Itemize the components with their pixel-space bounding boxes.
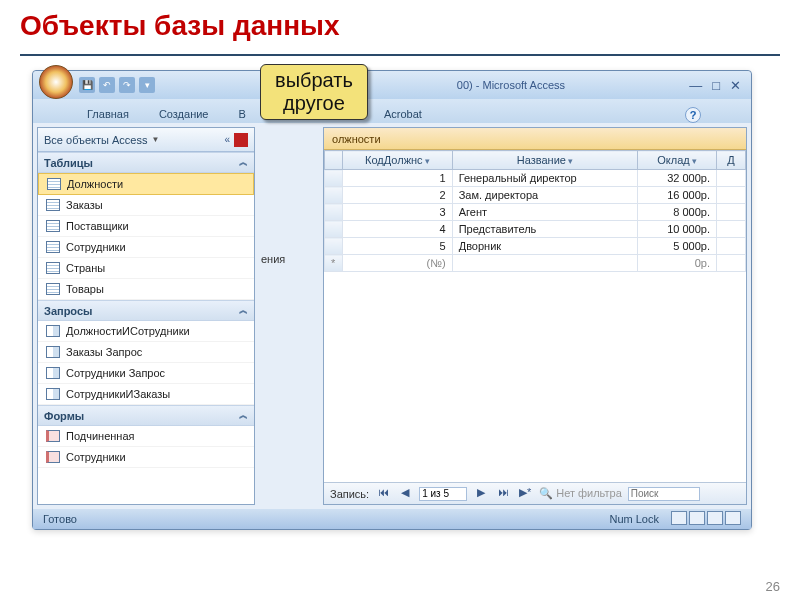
chevron-down-icon[interactable]: ▼ [151,135,159,144]
first-record-icon[interactable]: ⏮ [375,486,391,502]
cell-extra[interactable] [717,204,746,221]
cell-id[interactable]: 4 [343,221,453,238]
table-row[interactable]: 3Агент8 000р. [325,204,746,221]
nav-item-label: СотрудникиИЗаказы [66,388,170,400]
close-button[interactable]: ✕ [726,78,745,93]
undo-icon[interactable]: ↶ [99,77,115,93]
new-record-icon[interactable]: ▶* [517,486,533,502]
view-icon[interactable] [689,511,705,525]
nav-item-sotrudnikiizakazy[interactable]: СотрудникиИЗаказы [38,384,254,405]
help-icon[interactable]: ? [685,107,701,123]
cell-id[interactable]: 2 [343,187,453,204]
nav-item-dolzhnostiisotrudniki[interactable]: ДолжностиИСотрудники [38,321,254,342]
row-selector-header[interactable] [325,151,343,170]
tab-acrobat[interactable]: Acrobat [380,105,426,123]
cell-salary[interactable]: 32 000р. [638,170,717,187]
next-record-icon[interactable]: ▶ [473,486,489,502]
data-table[interactable]: КодДолжнс▾ Название▾ Оклад▾ Д 1Генеральн… [324,150,746,272]
nav-item-label: Сотрудники [66,451,126,463]
table-row[interactable]: 4Представитель10 000р. [325,221,746,238]
table-row[interactable]: 2Зам. директора16 000р. [325,187,746,204]
dropdown-icon[interactable]: ▾ [425,156,430,166]
row-selector[interactable]: * [325,255,343,272]
nav-item-postavshchiki[interactable]: Поставщики [38,216,254,237]
nav-header-label: Все объекты Access [44,134,147,146]
minimize-button[interactable]: — [685,78,706,93]
view-icon[interactable] [725,511,741,525]
collapse-group-icon[interactable]: ︽ [239,304,248,317]
cell-salary[interactable]: 0р. [638,255,717,272]
nav-group-forms[interactable]: Формы ︽ [38,405,254,426]
cell-extra[interactable] [717,221,746,238]
view-icon[interactable] [671,511,687,525]
cell-salary[interactable]: 8 000р. [638,204,717,221]
nav-group-label: Таблицы [44,157,93,169]
cell-salary[interactable]: 10 000р. [638,221,717,238]
table-row[interactable]: 1Генеральный директор32 000р. [325,170,746,187]
last-record-icon[interactable]: ⏭ [495,486,511,502]
row-selector[interactable] [325,221,343,238]
cell-name[interactable]: Дворник [452,238,637,255]
document-tab[interactable]: олжности [324,128,746,150]
col-kod[interactable]: КодДолжнс▾ [343,151,453,170]
view-switcher[interactable] [669,511,741,527]
cell-extra[interactable] [717,238,746,255]
cell-salary[interactable]: 5 000р. [638,238,717,255]
cell-id[interactable]: (№) [343,255,453,272]
cell-extra[interactable] [717,187,746,204]
access-window: 💾 ↶ ↷ ▾ Фирма : ба 00) - Microsoft Acces… [32,70,752,530]
save-icon[interactable]: 💾 [79,77,95,93]
cell-salary[interactable]: 16 000р. [638,187,717,204]
cell-name[interactable] [452,255,637,272]
row-selector[interactable] [325,170,343,187]
cell-name[interactable]: Агент [452,204,637,221]
col-salary[interactable]: Оклад▾ [638,151,717,170]
status-ready: Готово [43,513,77,525]
cell-extra[interactable] [717,255,746,272]
office-button[interactable] [39,65,73,99]
nav-item-tovary[interactable]: Товары [38,279,254,300]
nav-item-sotrudniki-zapros[interactable]: Сотрудники Запрос [38,363,254,384]
tab-partial-1[interactable]: В [235,105,250,123]
search-input[interactable] [628,487,700,501]
dropdown-icon[interactable]: ▾ [692,156,697,166]
row-selector[interactable] [325,204,343,221]
maximize-button[interactable]: □ [708,78,724,93]
redo-icon[interactable]: ↷ [119,77,135,93]
nav-item-strany[interactable]: Страны [38,258,254,279]
nav-item-zakazy[interactable]: Заказы [38,195,254,216]
nav-group-tables[interactable]: Таблицы ︽ [38,152,254,173]
cell-name[interactable]: Представитель [452,221,637,238]
cell-id[interactable]: 1 [343,170,453,187]
nav-item-zakazy-zapros[interactable]: Заказы Запрос [38,342,254,363]
collapse-pane-icon[interactable]: « [224,134,230,145]
nav-group-queries[interactable]: Запросы ︽ [38,300,254,321]
prev-record-icon[interactable]: ◀ [397,486,413,502]
table-row[interactable]: 5Дворник5 000р. [325,238,746,255]
view-icon[interactable] [707,511,723,525]
tab-home[interactable]: Главная [83,105,133,123]
nav-item-podchinennaya[interactable]: Подчиненная [38,426,254,447]
collapse-group-icon[interactable]: ︽ [239,409,248,422]
col-name[interactable]: Название▾ [452,151,637,170]
cell-extra[interactable] [717,170,746,187]
col-extra[interactable]: Д [717,151,746,170]
qat-dropdown-icon[interactable]: ▾ [139,77,155,93]
cell-name[interactable]: Генеральный директор [452,170,637,187]
nav-item-sotrudniki-form[interactable]: Сотрудники [38,447,254,468]
nav-item-dolzhnosti[interactable]: Должности [38,173,254,195]
cell-name[interactable]: Зам. директора [452,187,637,204]
cell-id[interactable]: 3 [343,204,453,221]
collapse-group-icon[interactable]: ︽ [239,156,248,169]
cell-id[interactable]: 5 [343,238,453,255]
nav-item-sotrudniki[interactable]: Сотрудники [38,237,254,258]
document-wrap: олжности КодДолжнс▾ Название▾ Оклад▾ Д 1… [263,127,747,505]
row-selector[interactable] [325,238,343,255]
row-selector[interactable] [325,187,343,204]
table-icon [46,283,60,295]
new-row[interactable]: *(№)0р. [325,255,746,272]
tab-create[interactable]: Создание [155,105,213,123]
dropdown-icon[interactable]: ▾ [568,156,573,166]
nav-header[interactable]: Все объекты Access ▼ « [38,128,254,152]
record-position-input[interactable] [419,487,467,501]
